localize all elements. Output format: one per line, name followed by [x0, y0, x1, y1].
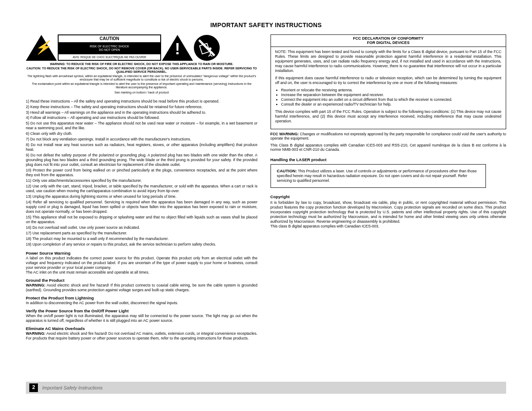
footer-bar: 2 Important Safety Instructions — [26, 382, 506, 394]
svg-line-0 — [199, 40, 215, 56]
fcc-header: FCC DECLARATION OF CONFORMITYFOR DIGITAL… — [271, 35, 506, 47]
bolt-triangle-desc: The lightning flash with arrowhead symbo… — [26, 75, 258, 81]
caution-bot: AVIS: RISQUE DE CHOC ELECTRIQUE-NE PAS O… — [59, 54, 160, 60]
overload-warn-body: Avoid electric shock and fire hazard! Do… — [26, 331, 258, 340]
instruction-item: 19) Upon completion of any service or re… — [26, 242, 258, 247]
instruction-item: 15) This appliance shall not be exposed … — [26, 215, 258, 224]
fcc-p2: If this equipment does cause harmful int… — [275, 76, 501, 85]
instruction-item: 7) Do not block any ventilation openings… — [26, 137, 258, 142]
ground-warn-label: WARNING: — [26, 283, 45, 287]
ground-warn-body: Avoid electric shock and fire hazard! If… — [26, 283, 258, 292]
no-tipover-icon — [194, 35, 220, 61]
svg-line-7 — [210, 55, 212, 56]
fcc-box: FCC DECLARATION OF CONFORMITYFOR DIGITAL… — [271, 34, 506, 129]
footer-label: Important Safety Instructions — [42, 385, 103, 391]
fcc-canada: This Class B digital apparatus complies … — [271, 143, 506, 152]
caution-box: CAUTION RISK OF ELECTRIC SHOCK DO NOT OP… — [58, 34, 161, 61]
fcc-foot-warning: FCC WARNING: Changes or modifications no… — [271, 132, 506, 140]
bolt-triangle-icon: ⚡ — [26, 35, 57, 61]
page-title: IMPORTANT SAFETY INSTRUCTIONS — [26, 22, 506, 28]
fcc-bullet: Reorient or relocate the receiving anten… — [281, 88, 501, 93]
copyright-body: It is forbidden by law to copy, broadcas… — [271, 200, 506, 229]
fcc-bullet: Increase the separation between the equi… — [281, 93, 501, 97]
overload-warn-label: WARNING: — [26, 331, 45, 336]
see-marking: See marking on bottom / back of product — [26, 91, 258, 94]
warning-line: WARNING: TO REDUCE THE RISK OF FIRE OR E… — [26, 62, 258, 66]
svg-point-2 — [209, 47, 212, 50]
instruction-item: 6) Clean only with dry cloth. — [26, 131, 258, 136]
instruction-item: 12) Use only with the cart, stand, tripo… — [26, 184, 258, 193]
laser-body: This Product utilizes a laser. Use of co… — [277, 169, 477, 183]
instruction-item: 9) Do not defeat the safety purpose of t… — [26, 153, 258, 167]
instruction-item: 18) The product may be mounted to a wall… — [26, 237, 258, 241]
exclaim-triangle-desc: The exclamation point within an equilate… — [26, 82, 258, 89]
lightning-body: In addition to disconnecting the AC powe… — [26, 301, 258, 305]
instruction-list: 1) Read these instructions – All the saf… — [26, 99, 258, 247]
fcc-p1: NOTE: This equipment has been tested and… — [275, 50, 501, 73]
laser-label: CAUTION: — [277, 168, 297, 173]
laser-box: CAUTION: This Product utilizes a laser. … — [271, 164, 486, 188]
instruction-item: 1) Read these instructions – All the saf… — [26, 99, 258, 104]
instruction-item: 5) Do not use this apparatus near water … — [26, 121, 258, 131]
instruction-item: 13) Unplug the apparatus during lightnin… — [26, 194, 258, 199]
page-number: 2 — [29, 383, 38, 392]
svg-line-6 — [208, 55, 210, 56]
laser-heading: Handling the LASER product — [271, 158, 506, 162]
fcc-body: NOTE: This equipment has been tested and… — [271, 47, 506, 129]
copyright-heading: Copyright — [271, 195, 506, 199]
fcc-bullets: Reorient or relocate the receiving anten… — [275, 88, 501, 107]
caution-block-line: CAUTION: TO REDUCE THE RISK OF ELECTRIC … — [26, 67, 258, 74]
instruction-item: 16) Do not overload wall outlet. Use onl… — [26, 225, 258, 230]
mains-body: When the on/off power light is not illum… — [26, 314, 258, 323]
caution-top: CAUTION — [59, 35, 160, 42]
caution-mid: RISK OF ELECTRIC SHOCK DO NOT OPEN — [59, 42, 160, 54]
exclaim-triangle-icon: ! — [162, 35, 193, 61]
instruction-item: 11) Only use attachments/accessories spe… — [26, 178, 258, 183]
instruction-item: 3) Heed all warnings – All warnings on t… — [26, 110, 258, 115]
lightning-heading: Protect the Product from Lightning — [26, 296, 258, 301]
fcc-bullet: Consult the dealer or an experienced rad… — [281, 102, 501, 107]
fcc-bullet: Connect the equipment into an outlet on … — [281, 97, 501, 102]
instruction-item: 4) Follow all instructions – All operati… — [26, 115, 258, 120]
power-source-body: A label on this product indicates the co… — [26, 256, 258, 275]
overload-heading: Eliminate AC Mains Overloads — [26, 327, 258, 331]
fcc-p3: This device complies with part 15 of the… — [275, 109, 501, 124]
warning-strip: ⚡ CAUTION RISK OF ELECTRIC SHOCK DO NOT … — [26, 34, 258, 61]
mains-heading: Verify the Power Source from the On/Off … — [26, 309, 258, 314]
ground-heading: Ground the Product — [26, 278, 258, 283]
instruction-item: 17) Use replacement parts as specified b… — [26, 231, 258, 236]
instruction-item: 10) Protect the power cord from being wa… — [26, 168, 258, 177]
instruction-item: 2) Keep these instructions – The safety … — [26, 105, 258, 109]
power-source-heading: Power Source Warning — [26, 251, 258, 256]
instruction-item: 8) Do not install near any heat sources … — [26, 143, 258, 152]
instruction-item: 14) Refer all servicing to qualified per… — [26, 200, 258, 214]
